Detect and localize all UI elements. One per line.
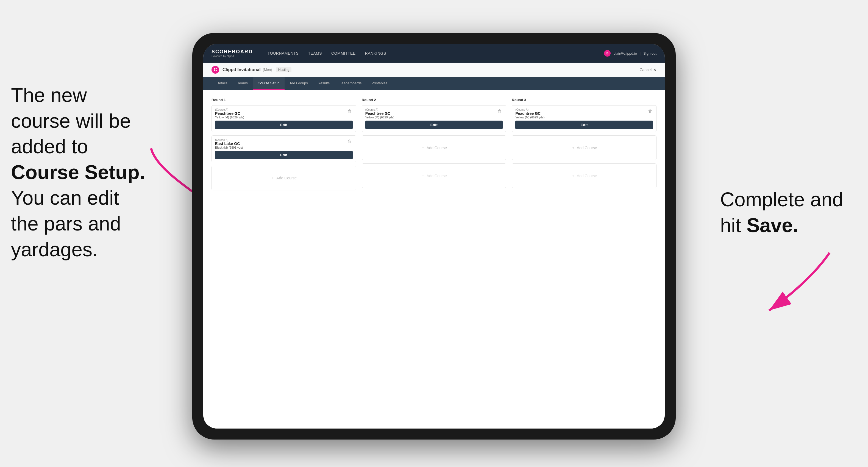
- round-2-label: Round 2: [362, 98, 506, 102]
- nav-tournaments[interactable]: TOURNAMENTS: [264, 50, 303, 57]
- left-text-4: You can edit: [11, 187, 119, 209]
- delete-course-a-icon[interactable]: 🗑: [347, 108, 353, 114]
- tab-tee-groups[interactable]: Tee Groups: [285, 77, 313, 90]
- round3-course-a-header: (Course A) Peachtree GC Yellow (M) (6629…: [512, 105, 656, 121]
- brand-logo: C: [212, 66, 219, 73]
- right-annotation: Complete and hit Save.: [720, 187, 843, 238]
- round-1-label: Round 1: [212, 98, 356, 102]
- round-1-course-b-card: (Course B) East Lake GC Black (M) (6891 …: [212, 135, 356, 162]
- course-b-label: (Course B): [215, 138, 243, 142]
- round-3-add-course-button[interactable]: ＋ Add Course: [512, 135, 656, 160]
- round3-add-label: Add Course: [577, 146, 597, 150]
- round-1-course-a-card: (Course A) Peachtree GC Yellow (M) (6629…: [212, 105, 356, 132]
- round-3-course-a-card: (Course A) Peachtree GC Yellow (M) (6629…: [512, 105, 656, 132]
- round-3-label: Round 3: [512, 98, 656, 102]
- hosting-badge: Hosting: [276, 67, 292, 72]
- course-a-name: Peachtree GC: [215, 111, 244, 116]
- left-text-1: The new: [11, 84, 87, 106]
- cancel-button[interactable]: Cancel ✕: [640, 68, 656, 72]
- course-a-label: (Course A): [215, 108, 244, 111]
- nav-rankings[interactable]: RANKINGS: [361, 50, 390, 57]
- left-text-2: course will be: [11, 110, 131, 132]
- top-navigation: SCOREBOARD Powered by clippd TOURNAMENTS…: [203, 44, 665, 63]
- tournament-name: Clippd Invitational: [222, 67, 261, 72]
- delete-course-b-icon[interactable]: 🗑: [347, 138, 353, 145]
- round-3-add-course-disabled: ＋ Add Course: [512, 163, 656, 188]
- right-arrow-icon: [753, 247, 840, 319]
- right-text-1: Complete and: [720, 188, 843, 211]
- round3-course-a-info: (Course A) Peachtree GC Yellow (M) (6629…: [515, 108, 545, 119]
- tab-bar: Details Teams Course Setup Tee Groups Re…: [203, 77, 665, 90]
- nav-committee[interactable]: COMMITTEE: [328, 50, 360, 57]
- tablet-screen: SCOREBOARD Powered by clippd TOURNAMENTS…: [203, 44, 665, 429]
- round2-course-a-label: (Course A): [365, 108, 395, 111]
- round-1-add-course-button[interactable]: ＋ Add Course: [212, 166, 356, 190]
- round-2-add-course-disabled: ＋ Add Course: [362, 163, 506, 188]
- tab-course-setup[interactable]: Course Setup: [253, 77, 285, 90]
- tablet-device: SCOREBOARD Powered by clippd TOURNAMENTS…: [192, 33, 676, 439]
- round3-add-icon: ＋: [571, 145, 575, 150]
- add-course-label: Add Course: [276, 176, 297, 180]
- course-b-info: (Course B) East Lake GC Black (M) (6891 …: [215, 138, 243, 149]
- round-1-column: Round 1 (Course A) Peachtree GC Yellow (…: [212, 98, 356, 194]
- nav-links: TOURNAMENTS TEAMS COMMITTEE RANKINGS: [264, 50, 604, 57]
- nav-teams[interactable]: TEAMS: [304, 50, 326, 57]
- close-icon: ✕: [653, 68, 656, 72]
- tab-printables[interactable]: Printables: [366, 77, 392, 90]
- main-content: Round 1 (Course A) Peachtree GC Yellow (…: [203, 90, 665, 429]
- round2-add-disabled-label: Add Course: [427, 174, 447, 178]
- sub-header: C Clippd Invitational (Men) Hosting Canc…: [203, 63, 665, 77]
- round-2-add-course-button[interactable]: ＋ Add Course: [362, 135, 506, 160]
- round2-add-label: Add Course: [427, 146, 447, 150]
- round2-course-a-name: Peachtree GC: [365, 111, 395, 116]
- round3-delete-course-a-icon[interactable]: 🗑: [647, 108, 653, 114]
- tournament-gender: (Men): [263, 68, 272, 72]
- round2-course-a-header: (Course A) Peachtree GC Yellow (M) (6629…: [362, 105, 506, 121]
- left-text-6: yardages.: [11, 239, 98, 260]
- course-b-header: (Course B) East Lake GC Black (M) (6891 …: [212, 136, 356, 151]
- left-text-3: added to: [11, 135, 88, 157]
- course-a-header: (Course A) Peachtree GC Yellow (M) (6629…: [212, 105, 356, 121]
- rounds-grid: Round 1 (Course A) Peachtree GC Yellow (…: [212, 98, 656, 194]
- logo-text: SCOREBOARD: [212, 49, 253, 55]
- round3-add-disabled-label: Add Course: [577, 174, 597, 178]
- logo-sub: Powered by clippd: [212, 55, 253, 58]
- add-course-icon: ＋: [271, 176, 275, 181]
- round2-add-icon: ＋: [421, 145, 425, 150]
- round2-add-disabled-icon: ＋: [421, 173, 425, 178]
- left-text-5: the pars and: [11, 213, 121, 235]
- round-3-column: Round 3 (Course A) Peachtree GC Yellow (…: [512, 98, 656, 194]
- edit-course-b-button[interactable]: Edit: [215, 151, 353, 159]
- tab-details[interactable]: Details: [212, 77, 232, 90]
- left-annotation: The new course will be added to Course S…: [11, 83, 145, 262]
- tab-leaderboards[interactable]: Leaderboards: [335, 77, 366, 90]
- round3-add-disabled-icon: ＋: [571, 173, 575, 178]
- round3-course-a-label: (Course A): [515, 108, 545, 111]
- user-avatar: B: [604, 50, 611, 57]
- round3-edit-course-a-button[interactable]: Edit: [515, 121, 653, 129]
- round-2-column: Round 2 (Course A) Peachtree GC Yellow (…: [362, 98, 506, 194]
- course-a-info: (Course A) Peachtree GC Yellow (M) (6629…: [215, 108, 244, 119]
- cancel-label: Cancel: [640, 68, 652, 72]
- tab-results[interactable]: Results: [313, 77, 335, 90]
- nav-right: B blair@clippd.io | Sign out: [604, 50, 656, 57]
- course-a-tee: Yellow (M) (6629 yds): [215, 116, 244, 119]
- round-2-course-a-card: (Course A) Peachtree GC Yellow (M) (6629…: [362, 105, 506, 132]
- tab-teams[interactable]: Teams: [232, 77, 253, 90]
- round2-course-a-info: (Course A) Peachtree GC Yellow (M) (6629…: [365, 108, 395, 119]
- right-text-bold: Save.: [747, 214, 798, 236]
- round2-course-a-tee: Yellow (M) (6629 yds): [365, 116, 395, 119]
- edit-course-a-button[interactable]: Edit: [215, 121, 353, 129]
- left-text-bold: Course Setup.: [11, 161, 145, 183]
- logo-area: SCOREBOARD Powered by clippd: [212, 49, 253, 58]
- round2-delete-course-a-icon[interactable]: 🗑: [497, 108, 503, 114]
- round2-edit-course-a-button[interactable]: Edit: [365, 121, 503, 129]
- sign-out-link[interactable]: Sign out: [643, 51, 656, 56]
- course-b-tee: Black (M) (6891 yds): [215, 146, 243, 149]
- right-text-2: hit: [720, 214, 747, 236]
- course-b-name: East Lake GC: [215, 142, 243, 146]
- user-email: blair@clippd.io: [613, 51, 637, 56]
- round3-course-a-tee: Yellow (M) (6629 yds): [515, 116, 545, 119]
- round3-course-a-name: Peachtree GC: [515, 111, 545, 116]
